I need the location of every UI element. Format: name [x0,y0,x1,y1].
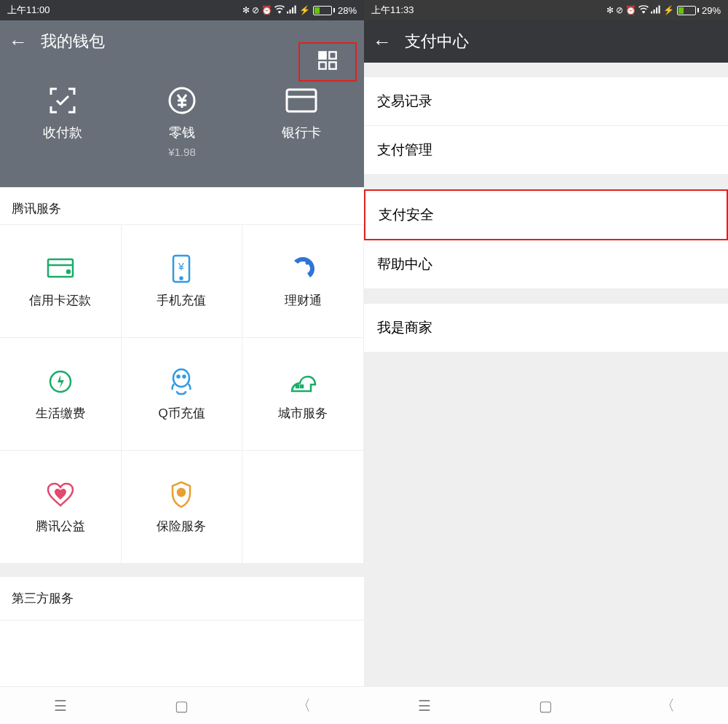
wallet-actions: 收付款 零钱 ¥1.98 银行卡 [0,84,364,158]
settings-list-3: 我是商家 [364,304,728,353]
back-button[interactable]: ← [373,31,392,53]
svg-rect-19 [301,385,303,387]
city-icon [289,367,317,396]
battery-pct: 29% [702,5,721,16]
status-bar: 上午11:33 ✻ ⊘ ⏰ ⚡ 29% [364,0,728,20]
gap [364,289,728,304]
svg-rect-0 [319,52,325,58]
svg-rect-7 [48,259,73,277]
finance-icon [290,254,316,283]
pay-label: 收付款 [43,124,82,141]
page-title: 支付中心 [405,31,469,52]
wallet-screen: 上午11:00 ✻ ⊘ ⏰ ⚡ 28% ← 我的钱包 [0,0,364,724]
bluetooth-icon: ✻ [606,5,614,15]
cards-label: 银行卡 [282,124,321,141]
svg-rect-1 [329,52,336,58]
change-button[interactable]: 零钱 ¥1.98 [167,84,197,158]
svg-point-9 [67,270,70,273]
svc-label: 保险服务 [157,518,206,535]
svc-label: 腾讯公益 [36,518,85,535]
pay-center-screen: 上午11:33 ✻ ⊘ ⏰ ⚡ 29% ← 支付中心 交易记 [364,0,728,724]
bank-cards-button[interactable]: 银行卡 [282,84,321,158]
titlebar: ← 支付中心 [364,20,728,63]
charity-icon [47,480,74,509]
svg-rect-2 [319,62,325,68]
svc-label: 城市服务 [278,405,328,422]
row-help-center[interactable]: 帮助中心 [364,240,728,289]
svg-point-20 [178,489,185,496]
wifi-icon [638,5,649,16]
status-right: ✻ ⊘ ⏰ ⚡ 29% [606,5,721,16]
nav-home-button[interactable]: ▢ [167,697,197,715]
status-right: ✻ ⊘ ⏰ ⚡ 28% [242,5,357,16]
row-transactions[interactable]: 交易记录 [364,77,728,126]
svc-label: 理财通 [285,292,322,309]
svg-point-16 [178,375,180,377]
fill [364,353,728,686]
yuan-icon [167,84,197,117]
dnd-icon: ⊘ [252,5,259,15]
row-merchant[interactable]: 我是商家 [364,304,728,353]
svc-label: Q币充值 [158,405,205,422]
nav-menu-button[interactable]: ☰ [46,697,75,715]
alarm-icon: ⏰ [625,5,636,15]
row-pay-management[interactable]: 支付管理 [364,126,728,175]
wifi-icon [274,5,285,16]
svc-mobile-topup[interactable]: ¥ 手机充值 [122,225,243,338]
qq-icon [170,367,193,396]
settings-list: 交易记录 支付管理 [364,77,728,175]
svc-label: 信用卡还款 [29,292,91,309]
svc-utilities[interactable]: 生活缴费 [0,338,122,451]
section-gap [0,564,364,577]
settings-list-2: 支付安全 帮助中心 [364,189,728,289]
svc-licaitong[interactable]: 理财通 [242,225,364,338]
page-title: 我的钱包 [41,31,105,52]
svg-point-12 [181,277,183,279]
status-time: 上午11:00 [7,4,50,17]
change-label: 零钱 [167,124,197,141]
gap [364,175,728,189]
svg-point-13 [306,261,309,264]
svc-label: 生活缴费 [36,405,85,422]
gap [364,63,728,77]
svc-credit-repay[interactable]: 信用卡还款 [0,225,122,338]
battery-icon [677,6,699,15]
menu-grid-button[interactable] [317,50,338,74]
svg-rect-18 [296,385,298,387]
svc-insurance[interactable]: 保险服务 [122,451,243,564]
status-icons: ✻ ⊘ ⏰ ⚡ [242,5,310,16]
svg-point-15 [173,369,189,387]
battery-pct: 28% [338,5,357,16]
svc-city[interactable]: 城市服务 [242,338,364,451]
svc-charity[interactable]: 腾讯公益 [0,451,122,564]
wallet-header-area: ← 我的钱包 收付款 [0,20,364,187]
svc-empty [242,451,364,564]
scan-icon [43,84,82,117]
signal-icon [287,5,297,16]
menu-button-highlight [298,42,357,82]
status-time: 上午11:33 [371,4,414,17]
svg-rect-3 [329,62,336,68]
system-nav-bar: ☰ ▢ 〈 [364,686,728,724]
status-icons: ✻ ⊘ ⏰ ⚡ [606,5,674,16]
bluetooth-icon: ✻ [242,5,250,15]
alarm-icon: ⏰ [261,5,272,15]
phone-topup-icon: ¥ [172,254,191,283]
nav-back-button[interactable]: 〈 [653,696,682,715]
svc-qcoin[interactable]: Q币充值 [122,338,243,451]
signal-icon [651,5,661,16]
tencent-services-grid: 信用卡还款 ¥ 手机充值 理财通 生活缴费 Q币充值 [0,225,364,564]
nav-home-button[interactable]: ▢ [531,697,561,715]
status-bar: 上午11:00 ✻ ⊘ ⏰ ⚡ 28% [0,0,364,20]
credit-card-icon [47,254,74,283]
pay-receive-button[interactable]: 收付款 [43,84,82,158]
back-button[interactable]: ← [9,31,28,53]
row-pay-security[interactable]: 支付安全 [364,189,728,240]
change-amount: ¥1.98 [167,146,197,158]
dnd-icon: ⊘ [616,5,623,15]
nav-back-button[interactable]: 〈 [289,696,318,715]
svg-point-17 [183,375,186,377]
third-party-header: 第三方服务 [0,577,364,621]
charging-icon: ⚡ [663,5,674,15]
nav-menu-button[interactable]: ☰ [410,697,439,715]
